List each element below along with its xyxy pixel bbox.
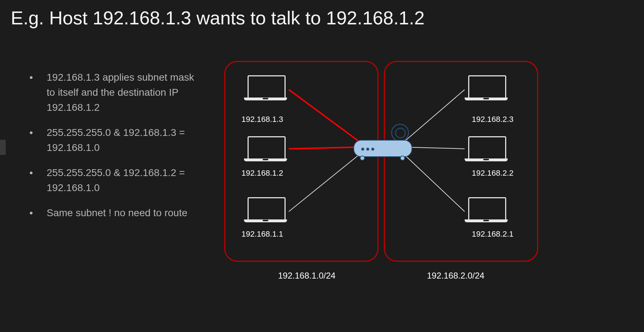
slide-title: E.g. Host 192.168.1.3 wants to talk to 1… [11,7,424,29]
bullet-item: 192.168.1.3 applies subnet mask to itsel… [47,70,205,115]
laptop-icon [244,197,287,226]
host-label: 192.168.1.3 [241,115,283,124]
network-diagram: 192.168.1.3 192.168.1.2 192.168.1.1 192.… [221,61,544,262]
laptop-icon [244,75,287,104]
host-label: 192.168.2.2 [472,169,513,178]
host-label: 192.168.1.1 [241,229,283,239]
laptop-icon [465,75,508,104]
router-icon [353,133,411,161]
bullet-item: 255.255.255.0 & 192.168.1.3 = 192.168.1.… [47,125,205,155]
laptop-icon [244,136,287,165]
bullet-item: Same subnet ! no need to route [47,205,205,220]
laptop-icon [465,197,508,226]
slide: E.g. Host 192.168.1.3 wants to talk to 1… [0,0,644,332]
prev-slide-stub[interactable] [0,140,6,155]
subnet-a-label: 192.168.1.0/24 [278,271,335,281]
host-label: 192.168.2.3 [472,115,513,124]
laptop-icon [465,136,508,165]
subnet-b-label: 192.168.2.0/24 [427,271,484,281]
host-label: 192.168.2.1 [472,229,513,239]
subnet-b-box [384,61,538,262]
bullet-item: 255.255.255.0 & 192.168.1.2 = 192.168.1.… [47,165,205,195]
bullet-list: 192.168.1.3 applies subnet mask to itsel… [47,70,205,231]
host-label: 192.168.1.2 [241,169,283,178]
